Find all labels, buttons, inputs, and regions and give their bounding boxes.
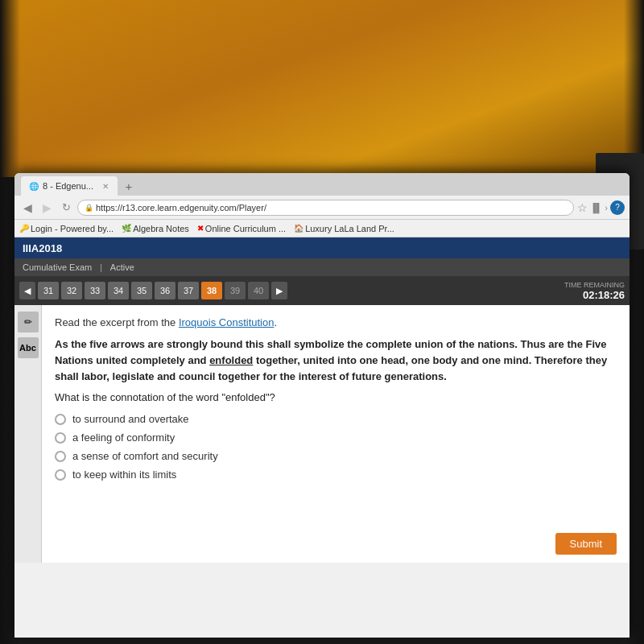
question-btn-36[interactable]: 36	[155, 282, 175, 299]
question-btn-33[interactable]: 33	[85, 282, 105, 299]
browser-menu-icon[interactable]: ?	[610, 200, 625, 215]
tab-favicon: 🌐	[29, 182, 39, 191]
url-text: https://r13.core.learn.edgenuity.com/Pla…	[96, 203, 266, 213]
answer-options: to surround and overtake a feeling of co…	[55, 413, 617, 481]
question-btn-39[interactable]: 39	[225, 282, 246, 299]
app-header: IIIA2018	[14, 237, 630, 258]
exam-header: Cumulative Exam | Active	[14, 258, 630, 276]
radio-2[interactable]	[55, 432, 66, 444]
star-icon[interactable]: ☆	[577, 201, 588, 214]
question-content: Read the excerpt from the Iroquois Const…	[42, 305, 630, 563]
bookmark-luxury-icon: 🏠	[294, 224, 303, 233]
pencil-tool-button[interactable]: ✏	[18, 312, 39, 332]
address-bar: ◀ ▶ ↻ 🔒 https://r13.core.learn.edgenuity…	[14, 196, 630, 220]
bookmark-luxury[interactable]: 🏠 Luxury LaLa Land Pr...	[294, 224, 394, 233]
excerpt-intro: Read the excerpt from the Iroquois Const…	[55, 316, 617, 328]
time-remaining-value: 02:18:26	[564, 289, 625, 301]
questions-prev-button[interactable]: ◀	[19, 282, 35, 299]
option-3[interactable]: a sense of comfort and security	[55, 450, 617, 462]
question-btn-40[interactable]: 40	[248, 282, 269, 299]
tool-sidebar: ✏ Abc	[14, 305, 42, 563]
active-tab[interactable]: 🌐 8 - Edgenu... ✕	[21, 176, 118, 196]
reload-button[interactable]: ↻	[58, 200, 74, 216]
extension-icon-2: ›	[605, 203, 608, 213]
enfolded-word: enfolded	[209, 354, 253, 366]
separator: |	[100, 263, 102, 272]
forward-button[interactable]: ▶	[39, 200, 55, 216]
radio-1[interactable]	[55, 414, 66, 425]
question-btn-34[interactable]: 34	[108, 282, 129, 299]
bookmarks-bar: 🔑 Login - Powered by... 🌿 Algebra Notes …	[14, 220, 630, 237]
new-tab-button[interactable]: +	[120, 177, 138, 195]
bookmark-online-icon: ✖	[197, 224, 204, 233]
question-btn-38-active[interactable]: 38	[201, 282, 222, 299]
tab-close-icon[interactable]: ✕	[102, 182, 109, 191]
submit-button[interactable]: Submit	[555, 533, 617, 555]
time-remaining-label: TIME REMAINING	[564, 281, 625, 289]
iroquois-link[interactable]: Iroquois Constitution	[179, 316, 275, 328]
option-2[interactable]: a feeling of conformity	[55, 431, 617, 444]
bookmark-login-icon: 🔑	[19, 224, 29, 233]
back-button[interactable]: ◀	[19, 200, 35, 216]
bookmark-algebra[interactable]: 🌿 Algebra Notes	[122, 224, 189, 233]
radio-3[interactable]	[55, 451, 66, 462]
question-btn-32[interactable]: 32	[61, 282, 82, 299]
option-4[interactable]: to keep within its limits	[55, 469, 617, 481]
lock-icon: 🔒	[85, 204, 93, 212]
bookmark-algebra-icon: 🌿	[122, 224, 131, 233]
tab-label: 8 - Edgenu...	[43, 181, 93, 191]
question-btn-37[interactable]: 37	[178, 282, 199, 299]
bookmark-login[interactable]: 🔑 Login - Powered by...	[19, 224, 114, 233]
extension-icon-1: ▐▌	[590, 203, 603, 213]
question-btn-31[interactable]: 31	[38, 282, 59, 299]
app-title: IIIA2018	[23, 242, 62, 254]
questions-next-button[interactable]: ▶	[271, 282, 287, 299]
submit-area: Submit	[555, 533, 617, 555]
question-btn-35[interactable]: 35	[131, 282, 152, 299]
tab-bar: 🌐 8 - Edgenu... ✕ +	[14, 173, 630, 196]
question-text: What is the connotation of the word "enf…	[55, 391, 617, 403]
question-toolbar: ◀ 31 32 33 34 35 36 37 38 39 40 ▶ TIME R…	[14, 276, 630, 305]
radio-4[interactable]	[55, 469, 66, 481]
passage-text: As the five arrows are strongly bound th…	[55, 336, 617, 385]
exam-status: Active	[110, 262, 134, 272]
url-input[interactable]: 🔒 https://r13.core.learn.edgenuity.com/P…	[77, 200, 574, 216]
abc-tool-button[interactable]: Abc	[18, 337, 39, 358]
bookmark-online[interactable]: ✖ Online Curriculum ...	[197, 224, 286, 233]
exam-label: Cumulative Exam	[23, 262, 92, 272]
option-1[interactable]: to surround and overtake	[55, 413, 617, 425]
content-area: ✏ Abc Read the excerpt from the Iroquois…	[14, 305, 630, 563]
